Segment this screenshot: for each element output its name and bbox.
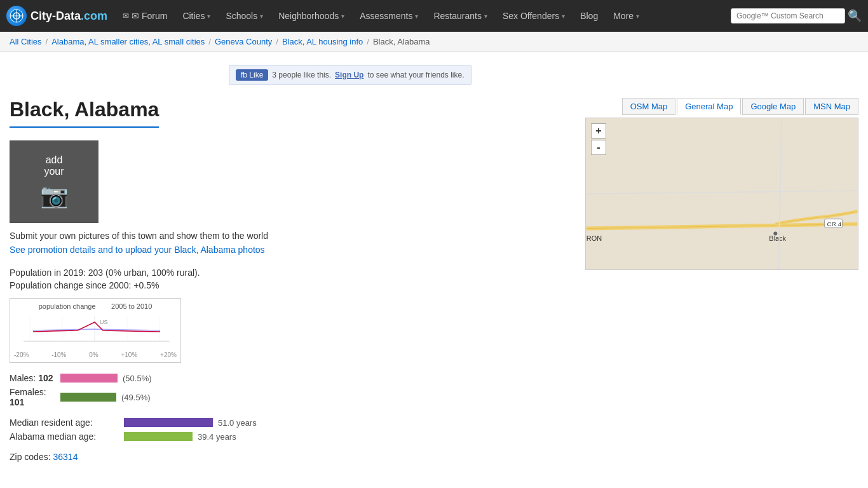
population-chart: population change 2005 to 2010 US — [10, 298, 181, 363]
submit-text: Submit your own pictures of this town an… — [10, 231, 573, 241]
zoom-out-button[interactable]: - — [591, 140, 606, 155]
map-tabs: OSM Map General Map Google Map MSN Map — [585, 98, 858, 115]
males-count: 102 — [38, 373, 53, 383]
neighborhoods-label: Neighborhoods — [278, 11, 339, 21]
nav-forum[interactable]: ✉ Forum — [116, 0, 173, 32]
logo-text: City-Data.com — [31, 10, 107, 23]
site-logo[interactable]: City-Data.com — [6, 6, 107, 26]
search-button[interactable]: 🔍 — [848, 9, 862, 23]
map-tab-msn[interactable]: MSN Map — [805, 98, 858, 115]
breadcrumb-all-cities[interactable]: All Cities — [10, 37, 42, 46]
search-area: 🔍 — [731, 8, 862, 24]
males-bar — [60, 374, 118, 383]
assessments-chevron: ▾ — [415, 13, 418, 20]
map-container: + - CR 4 Black — [585, 118, 858, 270]
breadcrumb-sep3: / — [276, 37, 278, 46]
stats-section: Population in 2019: 203 (0% urban, 100% … — [10, 268, 573, 462]
add-photo-line2: your — [44, 166, 64, 177]
fb-like-count: 3 people like this. — [272, 71, 331, 79]
females-count: 101 — [10, 397, 24, 407]
map-zoom-controls: + - — [591, 123, 606, 155]
svg-point-17 — [773, 232, 777, 236]
upload-link[interactable]: See promotion details and to upload your… — [10, 245, 265, 255]
map-tab-google[interactable]: Google Map — [742, 98, 804, 115]
age-section: Median resident age: 51.0 years Alabama … — [10, 417, 573, 442]
map-tab-osm[interactable]: OSM Map — [622, 98, 676, 115]
males-pct: (50.5%) — [123, 374, 152, 383]
females-bar — [60, 393, 116, 402]
nav-neighborhoods[interactable]: Neighborhoods ▾ — [272, 0, 351, 32]
sex-offenders-chevron: ▾ — [562, 13, 565, 20]
content-left: Black, Alabama add your 📷 Submit your ow… — [10, 98, 573, 462]
restaurants-label: Restaurants — [433, 11, 481, 21]
females-pct: (49.5%) — [121, 393, 151, 402]
chart-labels: -20%-10%0%+10%+20% — [14, 351, 177, 358]
zip-line: Zip codes: 36314 — [10, 452, 573, 462]
content-wrapper: Black, Alabama add your 📷 Submit your ow… — [10, 98, 858, 462]
chart-title: population change 2005 to 2010 — [14, 302, 177, 310]
neighborhoods-chevron: ▾ — [341, 13, 344, 20]
median-age-row: Median resident age: 51.0 years — [10, 417, 573, 428]
chart-svg: US — [14, 313, 176, 348]
svg-text:Black: Black — [769, 234, 786, 242]
females-label: Females: 101 — [10, 387, 60, 407]
males-row: Males: 102 (50.5%) — [10, 373, 573, 383]
add-photo-line1: add — [46, 154, 63, 166]
navbar: City-Data.com ✉ Forum Cities ▾ Schools ▾… — [0, 0, 868, 32]
breadcrumb-current: Black, Alabama — [373, 37, 430, 46]
nav-more[interactable]: More ▾ — [607, 0, 646, 32]
forum-label: Forum — [142, 11, 167, 21]
camera-icon: 📷 — [40, 182, 69, 209]
forum-icon: ✉ — [132, 11, 139, 21]
logo-icon — [6, 6, 27, 26]
cities-chevron: ▾ — [207, 13, 210, 20]
more-chevron: ▾ — [636, 13, 639, 20]
nav-sex-offenders[interactable]: Sex Offenders ▾ — [496, 0, 571, 32]
breadcrumb-sep1: / — [46, 37, 48, 46]
main-content: fb Like 3 people like this. Sign Up to s… — [0, 52, 868, 475]
zip-label: Zip codes: — [10, 452, 51, 462]
svg-text:US: US — [100, 319, 108, 325]
nav-cities[interactable]: Cities ▾ — [176, 0, 217, 32]
gender-section: Males: 102 (50.5%) Females: 101 (49.5%) — [10, 373, 573, 407]
nav-schools[interactable]: Schools ▾ — [219, 0, 269, 32]
restaurants-chevron: ▾ — [484, 13, 487, 20]
zoom-in-button[interactable]: + — [591, 123, 606, 139]
nav-blog[interactable]: Blog — [574, 0, 604, 32]
content-right: OSM Map General Map Google Map MSN Map +… — [585, 98, 858, 462]
median-age-bar — [124, 418, 213, 427]
fb-like-button[interactable]: fb Like — [236, 69, 268, 81]
schools-label: Schools — [226, 11, 257, 21]
population-line1: Population in 2019: 203 (0% urban, 100% … — [10, 268, 573, 278]
alabama-age-label: Alabama median age: — [10, 431, 124, 442]
sex-offenders-label: Sex Offenders — [503, 11, 559, 21]
breadcrumb-housing[interactable]: Black, AL housing info — [282, 37, 363, 46]
photo-placeholder[interactable]: add your 📷 — [10, 140, 98, 223]
map-svg: CR 4 Black RON — [586, 118, 858, 269]
map-tab-general[interactable]: General Map — [677, 98, 741, 115]
breadcrumb: All Cities / Alabama, AL smaller cities,… — [0, 32, 868, 52]
median-age-val: 51.0 years — [218, 418, 257, 428]
breadcrumb-sep2: / — [208, 37, 211, 46]
fb-sign-up-suffix: to see what your friends like. — [367, 71, 464, 79]
nav-restaurants[interactable]: Restaurants ▾ — [427, 0, 493, 32]
blog-label: Blog — [580, 11, 598, 21]
zip-code-link[interactable]: 36314 — [53, 452, 78, 462]
alabama-age-bar — [124, 432, 193, 441]
population-line2: Population change since 2000: +0.5% — [10, 280, 573, 290]
facebook-like-bar: fb Like 3 people like this. Sign Up to s… — [229, 65, 471, 85]
median-age-label: Median resident age: — [10, 417, 124, 428]
svg-text:CR 4: CR 4 — [827, 220, 842, 227]
nav-assessments[interactable]: Assessments ▾ — [353, 0, 424, 32]
svg-text:RON: RON — [587, 234, 602, 242]
alabama-age-row: Alabama median age: 39.4 years — [10, 431, 573, 442]
breadcrumb-county[interactable]: Geneva County — [215, 37, 272, 46]
breadcrumb-al-cities[interactable]: Alabama, AL smaller cities, AL small cit… — [51, 37, 205, 46]
fb-sign-up-link[interactable]: Sign Up — [335, 71, 363, 79]
search-input[interactable] — [731, 8, 845, 24]
males-label: Males: 102 — [10, 373, 60, 383]
females-row: Females: 101 (49.5%) — [10, 387, 573, 407]
alabama-age-val: 39.4 years — [198, 432, 236, 442]
assessments-label: Assessments — [360, 11, 412, 21]
page-title: Black, Alabama — [10, 98, 159, 128]
